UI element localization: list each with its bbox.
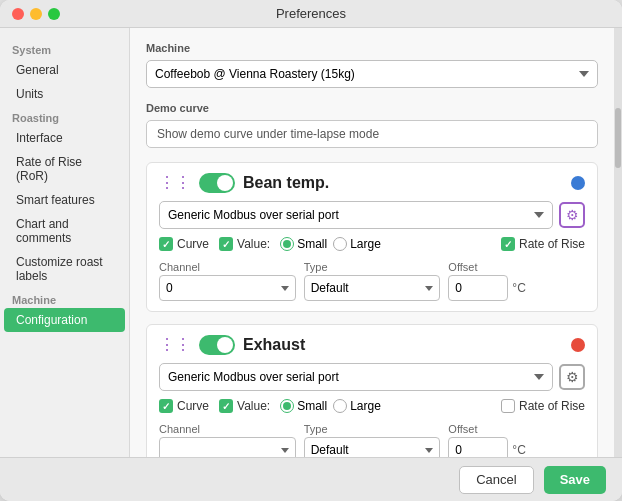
exhaust-small-label: Small	[297, 399, 327, 413]
bean-temp-curve-checkbox[interactable]: ✓ Curve	[159, 237, 209, 251]
bean-temp-small-radio[interactable]: Small	[280, 237, 327, 251]
bean-temp-small-label: Small	[297, 237, 327, 251]
exhaust-grid-row: Channel Type Default Offset	[159, 423, 585, 457]
maximize-button[interactable]	[48, 8, 60, 20]
sidebar-item-customize[interactable]: Customize roast labels	[4, 250, 125, 288]
exhaust-type-select[interactable]: Default	[304, 437, 441, 457]
bean-temp-value-label: Value:	[237, 237, 270, 251]
machine-section-label: Machine	[146, 42, 598, 54]
exhaust-channel-col: Channel	[159, 423, 296, 457]
bean-temp-type-label: Type	[304, 261, 441, 273]
exhaust-drag-handle[interactable]: ⋮⋮	[159, 337, 191, 353]
bean-temp-large-radio-outer	[333, 237, 347, 251]
scrollbar-thumb[interactable]	[615, 108, 621, 168]
exhaust-gear-button[interactable]: ⚙	[559, 364, 585, 390]
exhaust-name: Exhaust	[243, 336, 305, 354]
bean-temp-channel-select[interactable]: 0	[159, 275, 296, 301]
roasting-section-label: Roasting	[0, 106, 129, 126]
exhaust-options-row: ✓ Curve ✓ Value:	[159, 399, 585, 413]
bean-temp-toggle[interactable]	[199, 173, 235, 193]
exhaust-ror-label: Rate of Rise	[519, 399, 585, 413]
exhaust-large-label: Large	[350, 399, 381, 413]
exhaust-type-label: Type	[304, 423, 441, 435]
exhaust-header: ⋮⋮ Exhaust	[159, 335, 585, 355]
exhaust-section: ⋮⋮ Exhaust Generic Modbus over serial po…	[146, 324, 598, 457]
bean-temp-ror-cb-filled: ✓	[501, 237, 515, 251]
exhaust-large-radio-outer	[333, 399, 347, 413]
bean-temp-grid-row: Channel 0 Type Default Offset	[159, 261, 585, 301]
bean-temp-drag-handle[interactable]: ⋮⋮	[159, 175, 191, 191]
exhaust-value-checkbox[interactable]: ✓ Value:	[219, 399, 270, 413]
machine-select[interactable]: Coffeebob @ Vienna Roastery (15kg)	[146, 60, 598, 88]
exhaust-offset-col: Offset °C	[448, 423, 585, 457]
exhaust-size-radio-group: Small Large	[280, 399, 381, 413]
bean-temp-gear-button[interactable]: ⚙	[559, 202, 585, 228]
sidebar-item-interface[interactable]: Interface	[4, 126, 125, 150]
sidebar-item-units[interactable]: Units	[4, 82, 125, 106]
bean-temp-select-row: Generic Modbus over serial port ⚙	[159, 201, 585, 229]
bean-temp-size-radio-group: Small Large	[280, 237, 381, 251]
exhaust-curve-label: Curve	[177, 399, 209, 413]
exhaust-curve-checkbox[interactable]: ✓ Curve	[159, 399, 209, 413]
bean-temp-offset-row: °C	[448, 275, 585, 301]
exhaust-offset-input[interactable]	[448, 437, 508, 457]
sidebar-item-general[interactable]: General	[4, 58, 125, 82]
bean-temp-offset-label: Offset	[448, 261, 585, 273]
bean-temp-channel-label: Channel	[159, 261, 296, 273]
exhaust-value-cb-box: ✓	[219, 399, 233, 413]
bean-temp-type-select[interactable]: Default	[304, 275, 441, 301]
exhaust-offset-label: Offset	[448, 423, 585, 435]
exhaust-small-radio-outer	[280, 399, 294, 413]
exhaust-value-label: Value:	[237, 399, 270, 413]
sidebar-item-ror[interactable]: Rate of Rise (RoR)	[4, 150, 125, 188]
exhaust-channel-label: Channel	[159, 423, 296, 435]
exhaust-large-radio[interactable]: Large	[333, 399, 381, 413]
bean-temp-ror-checkbox[interactable]: ✓ Rate of Rise	[501, 237, 585, 251]
sidebar-item-configuration[interactable]: Configuration	[4, 308, 125, 332]
bean-temp-select[interactable]: Generic Modbus over serial port	[159, 201, 553, 229]
bean-temp-value-checkbox[interactable]: ✓ Value:	[219, 237, 270, 251]
bean-temp-section: ⋮⋮ Bean temp. Generic Modbus over serial…	[146, 162, 598, 312]
exhaust-offset-row: °C	[448, 437, 585, 457]
exhaust-ror-checkbox[interactable]: Rate of Rise	[501, 399, 585, 413]
machine-field-group: Machine Coffeebob @ Vienna Roastery (15k…	[146, 42, 598, 88]
bean-temp-small-radio-inner	[283, 240, 291, 248]
exhaust-type-col: Type Default	[304, 423, 441, 457]
bean-temp-curve-cb-box: ✓	[159, 237, 173, 251]
exhaust-toggle[interactable]	[199, 335, 235, 355]
demo-curve-label: Demo curve	[146, 102, 598, 114]
bottom-bar: Cancel Save	[0, 457, 622, 501]
system-section-label: System	[0, 38, 129, 58]
bean-temp-offset-input[interactable]	[448, 275, 508, 301]
exhaust-ror-cb-empty	[501, 399, 515, 413]
sidebar-item-chart[interactable]: Chart and comments	[4, 212, 125, 250]
cancel-button[interactable]: Cancel	[459, 466, 533, 494]
sidebar: System General Units Roasting Interface …	[0, 28, 130, 457]
exhaust-select[interactable]: Generic Modbus over serial port	[159, 363, 553, 391]
bean-temp-small-radio-outer	[280, 237, 294, 251]
exhaust-channel-select[interactable]	[159, 437, 296, 457]
sidebar-item-smart[interactable]: Smart features	[4, 188, 125, 212]
traffic-lights	[12, 8, 60, 20]
demo-curve-group: Demo curve Show demo curve under time-la…	[146, 102, 598, 148]
machine-section-label: Machine	[0, 288, 129, 308]
window-title: Preferences	[276, 6, 346, 21]
bean-temp-curve-label: Curve	[177, 237, 209, 251]
exhaust-small-radio[interactable]: Small	[280, 399, 327, 413]
exhaust-small-radio-inner	[283, 402, 291, 410]
bean-temp-channel-col: Channel 0	[159, 261, 296, 301]
bean-temp-value-cb-box: ✓	[219, 237, 233, 251]
exhaust-offset-unit: °C	[512, 443, 525, 457]
minimize-button[interactable]	[30, 8, 42, 20]
bean-temp-ror-label: Rate of Rise	[519, 237, 585, 251]
save-button[interactable]: Save	[544, 466, 606, 494]
bean-temp-type-col: Type Default	[304, 261, 441, 301]
scrollbar-track[interactable]	[614, 28, 622, 457]
demo-curve-text: Show demo curve under time-lapse mode	[146, 120, 598, 148]
bean-temp-large-radio[interactable]: Large	[333, 237, 381, 251]
bean-temp-offset-col: Offset °C	[448, 261, 585, 301]
bean-temp-offset-unit: °C	[512, 281, 525, 295]
close-button[interactable]	[12, 8, 24, 20]
exhaust-color-dot	[571, 338, 585, 352]
bean-temp-color-dot	[571, 176, 585, 190]
